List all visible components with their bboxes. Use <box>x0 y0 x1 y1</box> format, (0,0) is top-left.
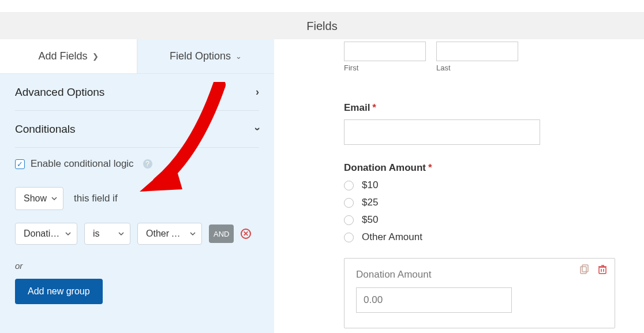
add-new-group-button[interactable]: Add new group <box>15 279 103 304</box>
condition-rule-row: Donatio… is Other A… AND ✕ <box>15 223 259 245</box>
show-hide-value: Show <box>24 193 47 204</box>
left-panel: Add Fields ❯ Field Options ⌄ Advanced Op… <box>0 39 274 333</box>
enable-conditional-row: ✓ Enable conditional logic ? <box>15 158 259 170</box>
this-field-if-label: this field if <box>74 193 118 204</box>
donation-option[interactable]: $25 <box>344 197 615 208</box>
section-conditionals-label: Conditionals <box>15 123 76 136</box>
first-name-sublabel: First <box>344 63 426 72</box>
donation-amount-label: Donation Amount* <box>344 162 615 174</box>
rule-operator-select[interactable]: is <box>84 223 130 245</box>
tab-bar: Add Fields ❯ Field Options ⌄ <box>0 39 274 74</box>
rule-value-value: Other A… <box>146 229 186 239</box>
rule-value-select[interactable]: Other A… <box>137 223 202 245</box>
form-preview-panel: First Last Email* Donation Amount* $10 $… <box>274 39 644 333</box>
radio-label: $25 <box>362 197 378 208</box>
donation-amount-label-text: Donation Amount <box>344 162 426 174</box>
chevron-right-icon: ❯ <box>92 52 99 61</box>
tab-add-fields[interactable]: Add Fields ❯ <box>0 39 137 73</box>
chevron-down-icon <box>65 231 71 237</box>
tab-field-options[interactable]: Field Options ⌄ <box>137 39 274 73</box>
donation-option[interactable]: $50 <box>344 214 615 226</box>
title-text: Fields <box>306 20 337 33</box>
radio-icon <box>344 215 354 225</box>
conditionals-body: ✓ Enable conditional logic ? Show this f… <box>0 148 274 315</box>
rule-operator-value: is <box>93 229 100 239</box>
duplicate-icon[interactable] <box>580 264 590 275</box>
svg-rect-3 <box>599 267 606 274</box>
chevron-down-icon <box>51 196 57 201</box>
trash-icon[interactable] <box>597 264 608 275</box>
chevron-down-icon <box>118 231 124 237</box>
section-advanced-label: Advanced Options <box>15 86 104 99</box>
rule-field-select[interactable]: Donatio… <box>15 223 77 245</box>
rule-field-value: Donatio… <box>24 229 62 239</box>
donation-radio-group: $10 $25 $50 Other Amount <box>344 179 615 243</box>
required-asterisk: * <box>372 102 376 114</box>
donation-option[interactable]: Other Amount <box>344 231 615 243</box>
selected-field-donation-amount[interactable]: Donation Amount <box>344 258 615 328</box>
amount-field-label: Donation Amount <box>356 269 603 280</box>
radio-label: $50 <box>362 214 378 226</box>
required-asterisk: * <box>428 162 432 174</box>
name-field-row: First Last <box>344 42 615 72</box>
svg-rect-2 <box>581 267 586 274</box>
enable-conditional-label: Enable conditional logic <box>31 158 134 170</box>
chevron-down-icon: ⌄ <box>235 52 242 61</box>
email-input[interactable] <box>344 119 540 145</box>
section-advanced-options[interactable]: Advanced Options › <box>15 74 259 111</box>
radio-icon <box>344 198 354 208</box>
email-label: Email* <box>344 102 615 114</box>
chevron-right-icon: › <box>256 86 259 98</box>
donation-option[interactable]: $10 <box>344 179 615 191</box>
and-button[interactable]: AND <box>209 225 234 243</box>
and-label: AND <box>214 230 229 238</box>
or-label: or <box>15 261 259 271</box>
last-name-sublabel: Last <box>436 63 518 72</box>
delete-rule-button[interactable]: ✕ <box>241 229 251 239</box>
chevron-down-icon <box>190 231 196 237</box>
enable-conditional-checkbox[interactable]: ✓ <box>15 159 25 169</box>
first-name-input[interactable] <box>344 42 426 61</box>
show-hide-select[interactable]: Show <box>15 187 63 210</box>
close-icon: ✕ <box>243 230 249 238</box>
help-icon[interactable]: ? <box>143 159 152 169</box>
radio-label: $10 <box>362 179 378 191</box>
email-label-text: Email <box>344 102 370 114</box>
tab-add-fields-label: Add Fields <box>38 50 87 62</box>
top-blank-bar <box>0 0 644 13</box>
radio-icon <box>344 181 354 190</box>
section-conditionals[interactable]: Conditionals › <box>15 111 259 148</box>
tab-field-options-label: Field Options <box>170 50 231 62</box>
radio-label: Other Amount <box>362 231 422 243</box>
chevron-down-icon: › <box>252 128 264 131</box>
amount-input[interactable] <box>356 287 512 313</box>
svg-rect-1 <box>582 265 588 272</box>
radio-icon <box>344 233 354 242</box>
last-name-input[interactable] <box>436 42 518 61</box>
title-bar: Fields <box>0 13 644 39</box>
